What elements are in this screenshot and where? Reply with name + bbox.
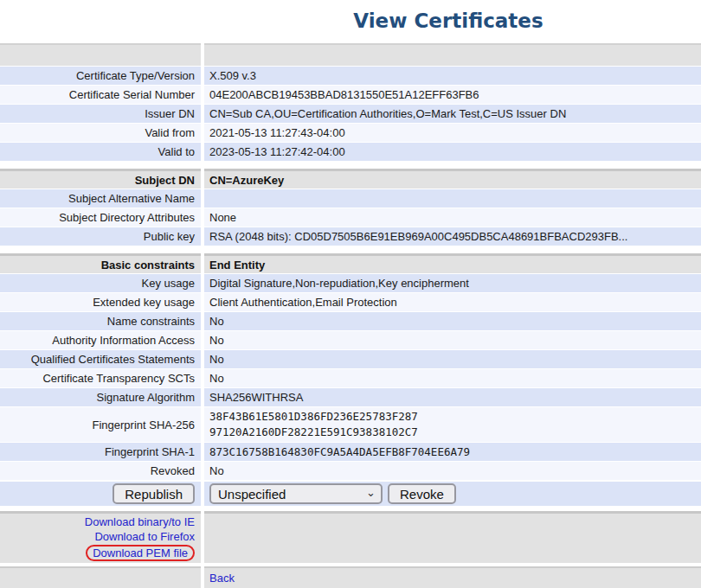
- field-value: CN=Sub CA,OU=Certification Authorities,O…: [204, 105, 701, 123]
- field-label: Key usage: [0, 274, 201, 292]
- table-row-name-constraints: Name constraints No: [0, 312, 701, 330]
- field-label: Subject Alternative Name: [0, 189, 201, 208]
- field-label: Valid to: [0, 143, 201, 161]
- back-row-left: [0, 566, 201, 588]
- field-label: Qualified Certificates Statements: [0, 350, 201, 368]
- revocation-reason-select[interactable]: Unspecified: [209, 483, 383, 504]
- field-label: Fingerprint SHA-256: [0, 407, 201, 442]
- table-row-subject-dir-attrs: Subject Directory Attributes None: [0, 208, 701, 227]
- field-value: 2021-05-13 11:27:43-04:00: [204, 124, 701, 142]
- download-links: Download binary/to IE Download to Firefo…: [0, 511, 201, 563]
- field-value: X.509 v.3: [204, 67, 701, 85]
- table-row-public-key: Public key RSA (2048 bits): CD05D7505B6E…: [0, 227, 701, 246]
- field-value: No: [204, 312, 701, 330]
- field-value: None: [204, 208, 701, 227]
- table-row-subject-alt-name: Subject Alternative Name: [0, 189, 701, 208]
- section-label: Subject DN: [0, 169, 201, 189]
- field-value: 873C16758B164830FC9A5A4DA5EFB8F704EE6A79: [204, 443, 701, 461]
- field-label: Certificate Serial Number: [0, 86, 201, 104]
- section-label: Basic constraints: [0, 253, 201, 273]
- page-title: View Certificates: [0, 10, 701, 32]
- field-value: No: [204, 350, 701, 368]
- field-value: No: [204, 369, 701, 387]
- table-row-authority-info-access: Authority Information Access No: [0, 331, 701, 349]
- download-row: Download binary/to IE Download to Firefo…: [0, 511, 701, 563]
- download-binary-ie-link[interactable]: Download binary/to IE: [85, 515, 195, 528]
- field-label: Extended key usage: [0, 293, 201, 311]
- revoke-cell: Unspecified ⌄ Revoke: [204, 482, 701, 506]
- field-value: RSA (2048 bits): CD05D7505B6E91EB969A00C…: [204, 227, 701, 246]
- field-value: No: [204, 462, 701, 480]
- section-value: End Entity: [204, 253, 701, 273]
- header-band-right: [204, 43, 701, 66]
- field-label: Public key: [0, 227, 201, 246]
- revoke-button[interactable]: Revoke: [388, 483, 456, 504]
- field-value: No: [204, 331, 701, 349]
- download-firefox-link[interactable]: Download to Firefox: [94, 530, 195, 543]
- field-value: SHA256WITHRSA: [204, 388, 701, 406]
- table-row-revoked: Revoked No: [0, 462, 701, 480]
- table-row-fingerprint-sha1: Fingerprint SHA-1 873C16758B164830FC9A5A…: [0, 443, 701, 461]
- header-band-left: [0, 43, 201, 66]
- fingerprint-sha256-line2: 97120A2160DF28221E591C93838102C7: [209, 425, 418, 440]
- field-value: Digital Signature,Non-repudiation,Key en…: [204, 274, 701, 292]
- table-row-key-usage: Key usage Digital Signature,Non-repudiat…: [0, 274, 701, 292]
- field-label: Authority Information Access: [0, 331, 201, 349]
- section-value: CN=AzureKey: [204, 169, 701, 189]
- field-label: Issuer DN: [0, 105, 201, 123]
- table-row-issuer-dn: Issuer DN CN=Sub CA,OU=Certification Aut…: [0, 105, 701, 123]
- table-row-fingerprint-sha256: Fingerprint SHA-256 38F43B61E5801D386FD2…: [0, 407, 701, 442]
- table-row-cert-type: Certificate Type/Version X.509 v.3: [0, 67, 701, 85]
- section-row-basic-constraints: Basic constraints End Entity: [0, 253, 701, 273]
- back-link[interactable]: Back: [209, 572, 235, 585]
- download-pem-link[interactable]: Download PEM file: [86, 545, 195, 561]
- actions-row: Republish Unspecified ⌄ Revoke: [0, 482, 701, 506]
- field-label: Valid from: [0, 124, 201, 142]
- table-row-valid-to: Valid to 2023-05-13 11:27:42-04:00: [0, 143, 701, 161]
- field-value: 04E200ABCB19453BBAD8131550E51A12EFF63FB6: [204, 86, 701, 104]
- table-row-serial-number: Certificate Serial Number 04E200ABCB1945…: [0, 86, 701, 104]
- field-label: Name constraints: [0, 312, 201, 330]
- table-header-band: [0, 43, 701, 66]
- section-row-subject-dn: Subject DN CN=AzureKey: [0, 169, 701, 189]
- field-label: Subject Directory Attributes: [0, 208, 201, 227]
- revocation-reason-select-wrap: Unspecified ⌄: [209, 483, 383, 504]
- field-label: Certificate Transparency SCTs: [0, 369, 201, 387]
- table-row-extended-key-usage: Extended key usage Client Authentication…: [0, 293, 701, 311]
- field-label: Fingerprint SHA-1: [0, 443, 201, 461]
- field-label: Certificate Type/Version: [0, 67, 201, 85]
- table-row-signature-algorithm: Signature Algorithm SHA256WITHRSA: [0, 388, 701, 406]
- certificate-table: Certificate Type/Version X.509 v.3 Certi…: [0, 43, 701, 588]
- republish-button[interactable]: Republish: [113, 483, 195, 504]
- field-value: 2023-05-13 11:27:42-04:00: [204, 143, 701, 161]
- republish-cell: Republish: [0, 482, 201, 506]
- field-value: 38F43B61E5801D386FD236E25783F287 97120A2…: [204, 407, 701, 442]
- title-container: View Certificates: [0, 10, 701, 32]
- back-row: Back: [0, 566, 701, 588]
- field-label: Signature Algorithm: [0, 388, 201, 406]
- fingerprint-sha256-line1: 38F43B61E5801D386FD236E25783F287: [209, 409, 418, 425]
- download-row-right: [204, 511, 701, 563]
- table-row-valid-from: Valid from 2021-05-13 11:27:43-04:00: [0, 124, 701, 142]
- table-row-ct-scts: Certificate Transparency SCTs No: [0, 369, 701, 387]
- table-row-qualified-cert-statements: Qualified Certificates Statements No: [0, 350, 701, 368]
- field-label: Revoked: [0, 462, 201, 480]
- field-value: [204, 189, 701, 208]
- back-row-right: Back: [204, 566, 701, 588]
- field-value: Client Authentication,Email Protection: [204, 293, 701, 311]
